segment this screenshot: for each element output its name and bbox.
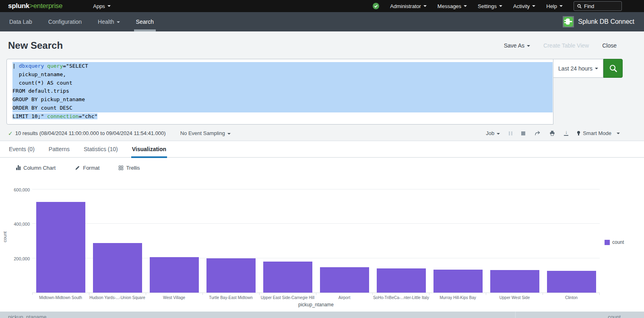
x-axis-title: pickup_ntaname xyxy=(32,302,600,308)
table-col-pickup-ntaname[interactable]: pickup_ntaname xyxy=(0,312,515,318)
chart-bar[interactable] xyxy=(150,257,199,293)
chart-bar[interactable] xyxy=(490,270,539,293)
app-title: Splunk DB Connect xyxy=(578,18,634,25)
app-navbar: Data Lab Configuration Health Search Spl… xyxy=(0,12,644,31)
stop-icon[interactable] xyxy=(521,131,525,135)
visualization-controls: Column Chart Format Trellis xyxy=(0,158,644,178)
print-icon[interactable] xyxy=(549,131,555,136)
x-axis-category-label: Midtown-Midtown South xyxy=(32,295,89,300)
search-icon xyxy=(609,64,617,72)
chart-bar[interactable] xyxy=(263,262,312,293)
chevron-down-icon xyxy=(464,5,467,7)
download-icon[interactable]: ↓ xyxy=(564,131,568,136)
chevron-down-icon xyxy=(532,5,535,7)
search-bar-row: | dbxquery query="SELECT pickup_ntaname,… xyxy=(0,57,644,126)
search-mode-dropdown[interactable]: Smart Mode xyxy=(577,130,620,136)
search-button[interactable] xyxy=(603,59,623,78)
query-line: FROM default.trips xyxy=(12,87,553,96)
chart-bar[interactable] xyxy=(320,267,369,293)
save-as-button[interactable]: Save As xyxy=(504,42,530,49)
column-chart: count 200,000400,000600,000 Midtown-Midt… xyxy=(0,178,644,312)
nav-item-configuration[interactable]: Configuration xyxy=(47,12,83,31)
db-connect-app-icon xyxy=(563,16,574,27)
page-header: New Search Save As Create Table View Clo… xyxy=(0,31,644,57)
x-axis-category-label: Hudson Yards-...-Union Square xyxy=(89,295,146,300)
nav-item-search[interactable]: Search xyxy=(135,12,155,31)
splunk-logo[interactable]: splunk>enterprise xyxy=(8,2,62,10)
smart-mode-icon xyxy=(577,131,580,135)
query-line: | dbxquery query="SELECT xyxy=(12,62,553,71)
tab-patterns[interactable]: Patterns xyxy=(48,141,70,158)
chevron-down-icon xyxy=(423,5,427,7)
legend-swatch xyxy=(605,240,610,245)
trellis-icon xyxy=(119,166,123,170)
chart-type-picker[interactable]: Column Chart xyxy=(16,165,56,171)
legend-label: count xyxy=(612,239,624,245)
chart-bar[interactable] xyxy=(206,258,256,293)
x-axis-category-label: Upper West Side xyxy=(486,295,543,300)
logo-brand: splunk xyxy=(8,2,29,10)
time-range-picker[interactable]: Last 24 hours xyxy=(553,59,603,78)
tab-events[interactable]: Events (0) xyxy=(8,141,35,158)
nav-item-data-lab[interactable]: Data Lab xyxy=(8,12,33,31)
apps-menu[interactable]: Apps xyxy=(93,3,111,9)
logo-product: >enterprise xyxy=(29,2,62,10)
menu-help[interactable]: Help xyxy=(546,3,563,9)
x-axis-category-label: West Village xyxy=(146,295,202,300)
menu-settings[interactable]: Settings xyxy=(478,3,502,9)
menu-messages[interactable]: Messages xyxy=(438,3,467,9)
search-query-input[interactable]: | dbxquery query="SELECT pickup_ntaname,… xyxy=(6,59,553,125)
nav-item-health[interactable]: Health xyxy=(97,12,121,31)
format-button[interactable]: Format xyxy=(75,165,99,171)
tab-statistics[interactable]: Statistics (10) xyxy=(83,141,119,158)
check-icon: ✓ xyxy=(8,130,13,137)
pencil-icon xyxy=(75,165,80,170)
find-search-box[interactable] xyxy=(574,1,622,11)
chevron-down-icon xyxy=(595,68,598,69)
apps-menu-label: Apps xyxy=(93,3,105,9)
search-icon xyxy=(577,4,582,8)
x-axis-category-label: Upper East Side-Carnegie Hill xyxy=(259,295,316,300)
chart-bar[interactable] xyxy=(547,271,596,293)
query-line: ORDER BY count DESC xyxy=(12,104,553,112)
x-axis-category-label: Airport xyxy=(316,295,373,300)
chart-bar[interactable] xyxy=(36,202,85,293)
y-axis-tick-label: 400,000 xyxy=(2,222,30,227)
x-axis-category-label: Clinton xyxy=(543,295,600,300)
menu-administrator[interactable]: Administrator xyxy=(390,3,427,9)
close-button[interactable]: Close xyxy=(602,42,617,49)
chevron-down-icon xyxy=(497,133,500,135)
find-input[interactable] xyxy=(584,3,616,9)
chart-bar[interactable] xyxy=(433,270,483,293)
chart-bar[interactable] xyxy=(93,243,142,293)
chevron-down-icon xyxy=(107,5,111,7)
chevron-down-icon xyxy=(227,133,231,135)
query-line: count(*) AS count xyxy=(12,79,553,87)
share-icon[interactable] xyxy=(534,131,541,136)
tab-visualization[interactable]: Visualization xyxy=(131,141,167,158)
y-axis-tick-label: 600,000 xyxy=(2,187,30,192)
chart-plot-area: 200,000400,000600,000 xyxy=(32,190,600,293)
gridline xyxy=(32,189,600,189)
results-summary: 10 results (08/04/2024 11:00:00.000 to 0… xyxy=(15,130,166,136)
pause-icon[interactable] xyxy=(509,131,512,135)
event-sampling-dropdown[interactable]: No Event Sampling xyxy=(180,130,231,136)
page-title: New Search xyxy=(8,40,63,51)
job-menu[interactable]: Job xyxy=(486,130,500,136)
column-chart-icon xyxy=(16,165,21,170)
menu-activity[interactable]: Activity xyxy=(513,3,535,9)
chevron-down-icon xyxy=(527,45,530,47)
x-axis-labels: Midtown-Midtown SouthHudson Yards-...-Un… xyxy=(32,295,600,300)
trellis-button[interactable]: Trellis xyxy=(119,165,140,171)
splunk-topbar: splunk>enterprise Apps Administrator Mes… xyxy=(0,0,644,12)
health-status-icon[interactable] xyxy=(373,3,379,9)
chart-bar[interactable] xyxy=(377,268,426,293)
y-axis-tick-label: 200,000 xyxy=(2,256,30,261)
x-axis-category-label: Murray Hill-Kips Bay xyxy=(429,295,486,300)
x-axis-ticks xyxy=(32,293,600,295)
table-col-count[interactable]: count xyxy=(515,312,644,318)
chart-legend[interactable]: count xyxy=(605,239,624,245)
query-line: pickup_ntaname, xyxy=(12,71,553,79)
chevron-down-icon xyxy=(617,133,620,134)
create-table-view-button[interactable]: Create Table View xyxy=(543,42,589,49)
